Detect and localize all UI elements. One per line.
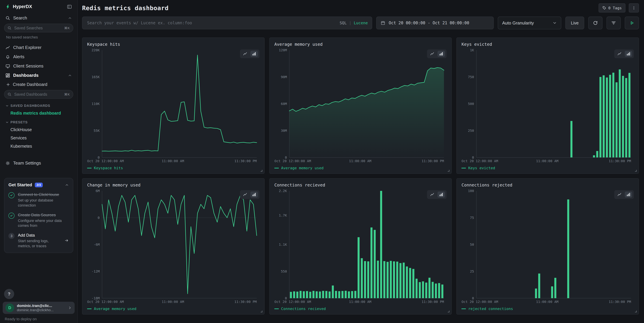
sidebar-item-search[interactable]: Search: [4, 13, 74, 23]
sidebar-item-clickhouse[interactable]: ClickHouse: [4, 126, 74, 134]
live-button[interactable]: Live: [565, 16, 584, 29]
user-name: dominic.tran@clic...: [17, 304, 65, 308]
bar-chart-icon[interactable]: [438, 51, 445, 57]
toolbar: SQL | Lucene Oct 20 00:00:00 - Oct 21 00…: [82, 16, 639, 29]
sidebar-item-services[interactable]: Services: [4, 134, 74, 142]
svg-text:1.7K: 1.7K: [279, 213, 287, 217]
chart-legend[interactable]: Keys evicted: [461, 164, 634, 171]
get-started-step[interactable]: Create Data Sources Configure where your…: [8, 212, 69, 228]
resize-handle-icon[interactable]: [447, 310, 450, 313]
refresh-button[interactable]: [588, 16, 602, 29]
line-chart-icon[interactable]: [616, 192, 624, 198]
sidebar-collapse-icon[interactable]: [67, 4, 72, 9]
panel-title: Change in memory used: [86, 182, 260, 188]
line-chart-icon[interactable]: [429, 51, 436, 57]
sidebar-item-kubernetes[interactable]: Kubernetes: [4, 142, 74, 150]
chart-legend[interactable]: Connections recieved: [274, 305, 448, 312]
run-query-button[interactable]: [625, 16, 639, 29]
legend-swatch: [87, 309, 92, 309]
svg-text:25: 25: [470, 269, 474, 273]
resize-handle-icon[interactable]: [260, 169, 263, 172]
date-range-picker[interactable]: Oct 20 00:00:00 - Oct 21 00:00:00: [376, 16, 494, 29]
get-started-step[interactable]: 3 Add Data Start sending logs, metrics, …: [8, 233, 69, 249]
legend-swatch: [87, 168, 92, 168]
chart-type-toolbar: [240, 49, 260, 58]
get-started-step[interactable]: Connect to ClickHouse Set up your databa…: [8, 192, 69, 208]
date-range-value: Oct 20 00:00:00 - Oct 21 00:00:00: [389, 20, 469, 25]
step-title: Add Data: [18, 233, 61, 238]
sidebar-item-client-sessions[interactable]: Client Sessions: [4, 61, 74, 71]
bar-chart-icon[interactable]: [250, 51, 258, 57]
chart-legend[interactable]: Average memory used: [274, 164, 448, 171]
line-chart-icon: [6, 45, 10, 50]
sql-toggle[interactable]: SQL: [340, 21, 347, 25]
bar-chart-icon[interactable]: [438, 192, 445, 198]
chart-legend[interactable]: Average memory used: [86, 305, 260, 312]
svg-text:50: 50: [470, 243, 474, 247]
granularity-select[interactable]: Auto Granularity: [498, 16, 561, 29]
step-desc: Configure where your data comes from: [18, 218, 69, 228]
chart-area: 0255075100Oct 20 12:00:00 AM11:00:00 AM1…: [461, 188, 634, 305]
legend-swatch: [274, 309, 279, 309]
saved-searches-field[interactable]: [14, 25, 62, 31]
chevron-right-icon: [68, 306, 72, 310]
svg-text:11:30:00 PM: 11:30:00 PM: [609, 300, 631, 304]
sidebar-item-label: Team Settings: [13, 160, 41, 166]
saved-searches-input[interactable]: ⌘K: [4, 24, 73, 32]
sidebar-item-redis-dashboard[interactable]: Redis metrics dashboard: [4, 109, 74, 117]
line-chart-icon[interactable]: [616, 51, 624, 57]
chart-canvas: 0255075100Oct 20 12:00:00 AM11:00:00 AM1…: [461, 188, 634, 305]
more-options-button[interactable]: [629, 3, 639, 12]
chart-panel: Keyspace hits 055K110K165K220KOct 20 12:…: [82, 37, 264, 174]
bar-chart-icon[interactable]: [250, 192, 258, 198]
chevron-down-icon: [6, 121, 9, 124]
saved-dashboards-input[interactable]: ⌘K: [4, 90, 73, 99]
step-desc: Set up your database connection: [18, 198, 69, 208]
get-started-header[interactable]: Get Started 2/3: [8, 182, 69, 188]
resize-handle-icon[interactable]: [634, 169, 637, 172]
user-email: dominic.tran@clickho...: [17, 308, 65, 312]
chart-area: 05501.1K1.7K2.2KOct 20 12:00:00 AM11:00:…: [274, 188, 448, 305]
clickhouse-cloud-promo[interactable]: Ready to deploy on ClickHouse Cloud?: [3, 314, 75, 323]
presets-section[interactable]: PRESETS: [4, 117, 74, 126]
tags-button[interactable]: 0 Tags: [598, 3, 626, 12]
svg-text:-6M: -6M: [94, 243, 100, 247]
resize-handle-icon[interactable]: [634, 310, 637, 313]
progress-badge: 2/3: [35, 183, 42, 187]
create-dashboard-button[interactable]: Create Dashboard: [4, 80, 74, 89]
line-chart-icon[interactable]: [429, 192, 436, 198]
sidebar-item-dashboards[interactable]: Dashboards: [4, 71, 74, 80]
sidebar-item-team-settings[interactable]: Team Settings: [4, 158, 74, 168]
svg-text:Oct 20 12:00:00 AM: Oct 20 12:00:00 AM: [462, 300, 498, 304]
bar-chart-icon[interactable]: [625, 51, 632, 57]
search-input[interactable]: [86, 20, 336, 26]
search-icon: [8, 26, 12, 30]
sidebar-item-label: Alerts: [13, 54, 24, 59]
svg-text:100: 100: [468, 189, 474, 193]
help-button[interactable]: ?: [4, 289, 14, 299]
sidebar-item-alerts[interactable]: Alerts: [4, 52, 74, 61]
line-chart-icon[interactable]: [242, 51, 249, 57]
lucene-toggle[interactable]: Lucene: [354, 21, 368, 25]
bar-chart-icon[interactable]: [625, 192, 632, 198]
line-chart-icon[interactable]: [242, 192, 249, 198]
user-menu[interactable]: D dominic.tran@clic... dominic.tran@clic…: [3, 302, 75, 314]
filter-icon: [611, 20, 616, 25]
sidebar-item-chart-explorer[interactable]: Chart Explorer: [4, 43, 74, 52]
refresh-icon: [593, 20, 598, 25]
saved-dashboards-field[interactable]: [14, 92, 62, 97]
monitor-icon: [6, 64, 10, 68]
saved-dashboards-section[interactable]: SAVED DASHBOARDS: [4, 101, 74, 109]
chart-legend[interactable]: Keyspace hits: [86, 164, 260, 171]
chart-legend[interactable]: rejected connections: [461, 305, 634, 312]
panel-title: Connections recieved: [274, 182, 448, 188]
legend-swatch: [462, 168, 466, 168]
legend-label: Connections recieved: [281, 307, 326, 311]
resize-handle-icon[interactable]: [447, 169, 450, 172]
filter-button[interactable]: [606, 16, 621, 29]
kebab-icon: [632, 6, 636, 10]
resize-handle-icon[interactable]: [260, 310, 263, 313]
svg-text:Oct 20 12:00:00 AM: Oct 20 12:00:00 AM: [274, 300, 311, 304]
svg-text:90M: 90M: [281, 75, 287, 79]
svg-text:11:00:00 AM: 11:00:00 AM: [536, 300, 558, 304]
